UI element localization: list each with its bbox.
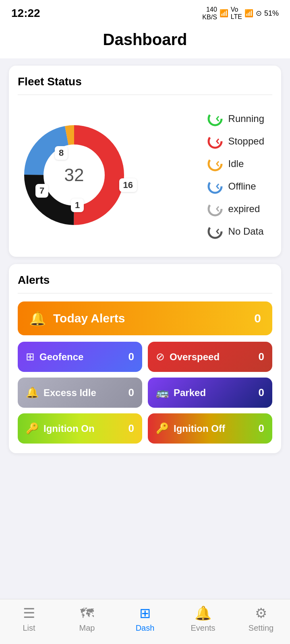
signal-icon: 📶 — [244, 9, 253, 18]
legend-expired: expired — [207, 201, 264, 217]
chart-label-stopped: 8 — [55, 146, 68, 160]
donut-chart: 32 8 16 7 1 — [18, 119, 130, 231]
nav-dash[interactable]: ⊞ Dash — [127, 605, 163, 633]
alert-grid: ⊞ Geofence 0 ⊘ Overspeed 0 🔔 Excess Idle — [18, 342, 272, 444]
excess-idle-icon: 🔔 — [26, 386, 39, 399]
data-speed: 140KB/S — [202, 6, 217, 21]
parked-icon: 🚌 — [156, 386, 169, 399]
fleet-status-title: Fleet Status — [18, 75, 272, 88]
excess-idle-button[interactable]: 🔔 Excess Idle 0 — [18, 378, 142, 408]
geofence-label: Geofence — [39, 351, 83, 363]
legend-idle-label: Idle — [228, 158, 244, 169]
overspeed-left: ⊘ Overspeed — [156, 351, 220, 363]
excess-idle-label: Excess Idle — [44, 387, 96, 398]
network-icon: VoLTE — [231, 6, 242, 21]
chart-label-idle: 1 — [71, 198, 84, 212]
status-time: 12:22 — [11, 7, 40, 20]
legend-offline: Offline — [207, 179, 264, 194]
overspeed-icon: ⊘ — [156, 351, 165, 363]
nav-setting[interactable]: ⚙ Setting — [243, 605, 279, 633]
parked-left: 🚌 Parked — [156, 386, 206, 399]
ignition-on-label: Ignition On — [44, 423, 95, 434]
geofence-icon: ⊞ — [26, 351, 35, 363]
excess-idle-left: 🔔 Excess Idle — [26, 386, 96, 399]
stopped-icon — [207, 134, 223, 149]
bottom-nav: ☰ List 🗺 Map ⊞ Dash 🔔 Events ⚙ Setting — [0, 599, 290, 644]
legend-offline-label: Offline — [228, 181, 256, 192]
ignition-on-button[interactable]: 🔑 Ignition On 0 — [18, 413, 142, 444]
page-header: Dashboard — [0, 24, 290, 58]
legend-stopped-label: Stopped — [228, 136, 264, 147]
fleet-status-card: Fleet Status — [9, 66, 281, 257]
dash-nav-icon: ⊞ — [139, 605, 151, 621]
fleet-divider — [18, 95, 272, 95]
battery-icon: ⊙ — [256, 9, 262, 18]
overspeed-label: Overspeed — [170, 351, 220, 363]
nav-map[interactable]: 🗺 Map — [69, 605, 105, 633]
legend-expired-label: expired — [228, 203, 260, 215]
events-nav-label: Events — [191, 623, 215, 633]
geofence-count: 0 — [128, 351, 134, 363]
map-nav-icon: 🗺 — [80, 605, 94, 621]
expired-icon — [207, 201, 223, 217]
running-icon — [207, 111, 223, 126]
ignition-on-count: 0 — [128, 422, 134, 435]
list-nav-icon: ☰ — [23, 605, 35, 621]
svg-point-9 — [209, 202, 222, 215]
legend-running-label: Running — [228, 113, 264, 124]
list-nav-label: List — [23, 623, 35, 633]
idle-icon — [207, 156, 223, 171]
chart-label-offline: 7 — [35, 184, 48, 198]
alerts-divider — [18, 293, 272, 293]
ignition-off-icon: 🔑 — [156, 422, 169, 435]
fleet-content: 32 8 16 7 1 Running — [18, 103, 272, 247]
ignition-on-icon: 🔑 — [26, 422, 39, 435]
overspeed-count: 0 — [259, 351, 264, 363]
status-bar: 12:22 140KB/S 📶 VoLTE 📶 ⊙ 51% — [0, 0, 290, 24]
map-nav-label: Map — [79, 623, 95, 633]
geofence-left: ⊞ Geofence — [26, 351, 83, 363]
today-alert-bell-icon: 🔔 — [29, 310, 46, 326]
overspeed-button[interactable]: ⊘ Overspeed 0 — [148, 342, 272, 372]
svg-point-5 — [209, 112, 222, 125]
today-alerts-count: 0 — [254, 312, 261, 325]
legend-nodata: No Data — [207, 224, 264, 239]
nav-list[interactable]: ☰ List — [11, 605, 47, 633]
legend-running: Running — [207, 111, 264, 126]
setting-nav-icon: ⚙ — [255, 605, 267, 621]
svg-point-8 — [209, 180, 222, 193]
page-title: Dashboard — [0, 31, 290, 49]
ignition-on-left: 🔑 Ignition On — [26, 422, 95, 435]
legend-nodata-label: No Data — [228, 226, 264, 237]
legend-stopped: Stopped — [207, 134, 264, 149]
legend-idle: Idle — [207, 156, 264, 171]
ignition-off-count: 0 — [259, 422, 264, 435]
wifi-icon: 📶 — [220, 9, 228, 18]
today-alerts-label: Today Alerts — [53, 312, 125, 325]
battery-percent: 51% — [264, 9, 279, 18]
chart-label-running: 16 — [119, 178, 137, 192]
svg-point-6 — [209, 135, 222, 148]
today-alerts-left: 🔔 Today Alerts — [29, 310, 125, 326]
svg-point-10 — [209, 225, 222, 238]
offline-icon — [207, 179, 223, 194]
setting-nav-label: Setting — [249, 623, 273, 633]
geofence-button[interactable]: ⊞ Geofence 0 — [18, 342, 142, 372]
ignition-off-label: Ignition Off — [174, 423, 225, 434]
nodata-icon — [207, 224, 223, 239]
dash-nav-label: Dash — [136, 623, 155, 633]
ignition-off-button[interactable]: 🔑 Ignition Off 0 — [148, 413, 272, 444]
alerts-card: Alerts 🔔 Today Alerts 0 ⊞ Geofence 0 — [9, 264, 281, 453]
nav-events[interactable]: 🔔 Events — [185, 605, 221, 633]
status-icons: 140KB/S 📶 VoLTE 📶 ⊙ 51% — [202, 6, 279, 21]
parked-button[interactable]: 🚌 Parked 0 — [148, 378, 272, 408]
excess-idle-count: 0 — [128, 386, 134, 399]
events-nav-icon: 🔔 — [195, 605, 211, 621]
svg-point-7 — [209, 157, 222, 170]
parked-count: 0 — [259, 386, 264, 399]
ignition-off-left: 🔑 Ignition Off — [156, 422, 225, 435]
parked-label: Parked — [174, 387, 206, 398]
alerts-title: Alerts — [18, 274, 272, 287]
today-alerts-button[interactable]: 🔔 Today Alerts 0 — [18, 301, 272, 335]
fleet-legend: Running Stopped Idle — [207, 111, 268, 239]
